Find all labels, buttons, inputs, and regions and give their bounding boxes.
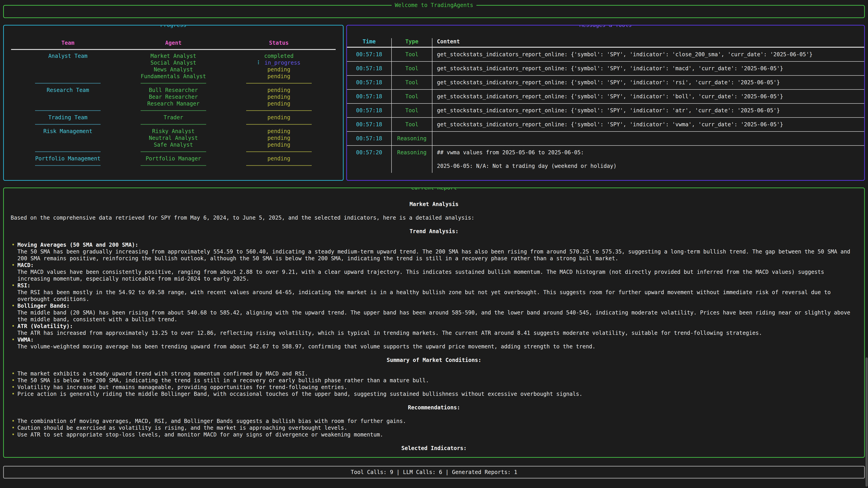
messages-column-header: Time [347, 38, 391, 47]
message-type: Tool [391, 76, 432, 89]
bullet-body: Use ATR to set appropriate stop-loss lev… [18, 431, 857, 438]
message-time: 00:57:18 [347, 118, 391, 131]
group-separator [226, 80, 332, 87]
message-time: 00:57:18 [347, 48, 391, 61]
bullet-title: ATR (Volatility): [18, 323, 857, 330]
agent-cell: Neutral Analyst [121, 135, 226, 141]
bullet-text: The market exhibits a steady upward tren… [18, 370, 857, 377]
message-type: Tool [391, 62, 432, 75]
spinner-icon: ⠇ [257, 60, 265, 66]
status-text: in_progress [265, 60, 301, 66]
bullet-body: The volume-weighted moving average has b… [18, 343, 857, 350]
agent-cell: Portfolio Manager [121, 155, 226, 162]
bullet-item: •The combination of moving averages, MAC… [11, 418, 857, 424]
message-type: Tool [391, 48, 432, 61]
bullet-icon: • [11, 282, 18, 302]
messages-column-header: Content [432, 38, 864, 47]
message-time: 00:57:18 [347, 76, 391, 89]
group-separator [226, 148, 332, 155]
status-cell: pending [226, 73, 332, 80]
bullet-item: •Caution should be exercised as volatili… [11, 424, 857, 431]
bullet-text: Volatility has increased but remains man… [18, 384, 857, 391]
group-separator [121, 148, 226, 155]
bullet-item: •MACD:The MACD values have been consiste… [11, 262, 857, 282]
group-separator [15, 162, 121, 169]
message-time: 00:57:18 [347, 62, 391, 75]
bullet-text: VWMA:The volume-weighted moving average … [18, 336, 857, 350]
message-type: Reasoning [391, 132, 432, 145]
report-body: Market Analysis Based on the comprehensi… [4, 188, 864, 452]
report-intro: Based on the comprehensive data retrieve… [11, 215, 857, 221]
bullet-text: Use ATR to set appropriate stop-loss lev… [18, 431, 857, 438]
group-separator [15, 107, 121, 114]
agent-cell: Bear Researcher [121, 94, 226, 100]
message-content: get_stockstats_indicators_report_online:… [432, 62, 864, 75]
message-time: 00:57:18 [347, 104, 391, 117]
agent-cell: Social Analyst [121, 59, 226, 66]
message-content: get_stockstats_indicators_report_online:… [432, 48, 864, 61]
section-heading: Selected Indicators: [11, 445, 857, 452]
agent-cell: Research Manager [121, 100, 226, 107]
status-cell: pending [226, 87, 332, 94]
message-content: get_stockstats_indicators_report_online:… [432, 118, 864, 131]
team-cell [15, 73, 121, 80]
bullet-icon: • [11, 370, 18, 377]
progress-panel: Progress TeamAgentStatusAnalyst TeamMark… [3, 25, 344, 181]
bullet-body: The RSI has been mostly in the 54.92 to … [18, 289, 857, 302]
agent-cell: Bull Researcher [121, 87, 226, 94]
main-row: Progress TeamAgentStatusAnalyst TeamMark… [3, 25, 865, 181]
stats-bar: Tool Calls: 9 | LLM Calls: 6 | Generated… [3, 466, 865, 479]
team-cell: Portfolio Management [15, 155, 121, 162]
agent-cell: Fundamentals Analyst [121, 73, 226, 80]
report-panel: Current Report Market Analysis Based on … [3, 188, 865, 458]
bullet-icon: • [11, 424, 18, 431]
message-type: Reasoning [391, 146, 432, 173]
message-time: 00:57:18 [347, 90, 391, 103]
bullet-body: Volatility has increased but remains man… [18, 384, 857, 391]
report-sections: Trend Analysis:•Moving Averages (50 SMA … [11, 228, 857, 452]
bullet-item: •The 50 SMA is below the 200 SMA, indica… [11, 377, 857, 384]
section-heading: Trend Analysis: [11, 228, 857, 235]
status-cell: pending [226, 66, 332, 73]
bullet-body: Price action is generally riding the mid… [18, 391, 857, 397]
bullet-text: The combination of moving averages, MACD… [18, 418, 857, 424]
bullet-title: Bollinger Bands: [18, 302, 857, 309]
bullet-item: •Moving Averages (50 SMA and 200 SMA):Th… [11, 241, 857, 262]
group-separator [121, 121, 226, 128]
group-separator [226, 162, 332, 169]
bullet-text: Caution should be exercised as volatilit… [18, 424, 857, 431]
message-content: get_stockstats_indicators_report_online:… [432, 90, 864, 103]
progress-column-header: Agent [121, 39, 226, 46]
status-cell: pending [226, 114, 332, 121]
message-type: Tool [391, 90, 432, 103]
team-cell [15, 141, 121, 148]
report-title: Current Report [408, 188, 460, 191]
bullet-item: •The market exhibits a steady upward tre… [11, 370, 857, 377]
group-separator [15, 148, 121, 155]
scrollbar-thumb[interactable] [866, 357, 868, 487]
messages-table: TimeTypeContent00:57:18Toolget_stockstat… [347, 26, 864, 173]
bullet-text: Bollinger Bands:The middle band (20 SMA)… [18, 302, 857, 323]
bullet-icon: • [11, 302, 18, 323]
messages-column-header: Type [391, 38, 432, 47]
team-cell: Trading Team [15, 114, 121, 121]
message-content: ## vwma values from 2025-05-06 to 2025-0… [432, 146, 864, 173]
bullet-body: The MACD values have been consistently p… [18, 269, 857, 282]
status-cell: ⠇ in_progress [226, 59, 332, 66]
messages-panel: Messages & Tools TimeTypeContent00:57:18… [346, 25, 865, 181]
group-separator [15, 121, 121, 128]
group-separator [121, 107, 226, 114]
bullet-item: •Volatility has increased but remains ma… [11, 384, 857, 391]
message-content: get_stockstats_indicators_report_online:… [432, 76, 864, 89]
bullet-item: •Bollinger Bands:The middle band (20 SMA… [11, 302, 857, 323]
group-separator [15, 80, 121, 87]
section-heading: Summary of Market Conditions: [11, 357, 857, 363]
team-cell [15, 100, 121, 107]
bullet-icon: • [11, 262, 18, 282]
team-cell [15, 59, 121, 66]
tradingagents-app: Welcome to TradingAgents Progress TeamAg… [0, 0, 868, 479]
bullet-icon: • [11, 377, 18, 384]
status-cell: completed [226, 53, 332, 59]
bullet-body: The market exhibits a steady upward tren… [18, 370, 857, 377]
welcome-title: Welcome to TradingAgents [392, 2, 476, 8]
